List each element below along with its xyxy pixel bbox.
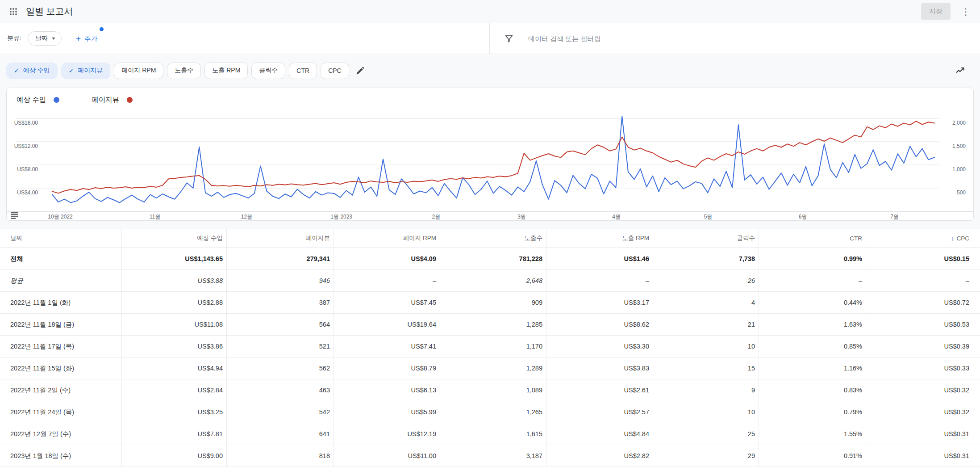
table-cell-text: US$7.41: [411, 343, 436, 350]
column-header[interactable]: 예상 수입: [122, 229, 227, 248]
table-cell-text: US$3.17: [624, 299, 649, 306]
table-cell-text: 26: [748, 277, 755, 284]
table-cell: 0.79%: [759, 401, 866, 423]
metric-chip[interactable]: 클릭수: [251, 63, 285, 79]
table-cell-text: 463: [319, 387, 330, 394]
table-cell: US$19.64: [334, 314, 440, 335]
table-cell-text: 2022년 11월 2일 (수): [10, 386, 71, 395]
table-cell-text: US$4.84: [624, 430, 649, 437]
table-row: 2022년 11월 17일 (목)US$3.86521US$7.411,170U…: [0, 336, 980, 357]
legend-dot: [127, 97, 133, 103]
x-axis-tick: 5월: [704, 213, 713, 221]
column-header[interactable]: 노출수: [440, 229, 546, 248]
table-cell: 1,289: [440, 357, 546, 379]
table-cell-text: 909: [532, 299, 542, 306]
table-cell-text: 15: [748, 365, 755, 372]
apps-grid-glyph: [9, 8, 17, 16]
table-cell: US$1,143.65: [122, 248, 227, 269]
legend-item[interactable]: 페이지뷰: [92, 95, 133, 105]
apps-grid-icon[interactable]: [7, 5, 20, 18]
metric-chip[interactable]: CPC: [321, 63, 349, 79]
table-cell-text: US$8.79: [411, 365, 436, 372]
metric-chip[interactable]: 노출수: [167, 63, 201, 79]
daily-report-page: 일별 보고서 저장 ⋮ 분류: 날짜 + 추가: [0, 0, 980, 87]
table-cell-text: 781,228: [519, 255, 542, 262]
group-by-dropdown[interactable]: 날짜: [28, 31, 62, 46]
add-breakdown-button[interactable]: + 추가: [73, 33, 100, 45]
table-cell: 387: [227, 292, 334, 313]
table-cell: 909: [440, 292, 546, 313]
table-cell: 2022년 11월 24일 (목): [0, 401, 122, 423]
chart-notes-icon[interactable]: [11, 212, 19, 219]
line-chart[interactable]: [7, 110, 973, 221]
table-cell-text: 3,187: [526, 452, 542, 459]
table-cell-text: US$5.99: [411, 408, 436, 416]
table-header-row: 날짜예상 수입페이지뷰페이지 RPM노출수노출 RPM클릭수CTR↓CPC: [0, 229, 980, 248]
column-header[interactable]: 날짜: [0, 229, 122, 248]
table-cell-text: US$3.88: [198, 277, 223, 284]
table-cell-text: US$2.88: [198, 299, 223, 306]
table-cell-text: US$7.45: [411, 299, 436, 306]
table-cell: 2022년 11월 1일 (화): [0, 292, 122, 313]
metric-chip[interactable]: ✓페이지뷰: [61, 63, 111, 79]
metric-chip[interactable]: CTR: [289, 63, 317, 79]
metric-chip[interactable]: 노출 RPM: [204, 63, 248, 79]
legend-label: 페이지뷰: [92, 95, 119, 105]
table-cell: 2023년 1월 18일 (수): [0, 445, 122, 467]
column-header-text: 페이지뷰: [306, 234, 330, 242]
table-cell: US$3.17: [546, 292, 653, 313]
table-cell: 전체: [0, 248, 122, 269]
more-menu-icon[interactable]: ⋮: [959, 7, 973, 16]
legend-item[interactable]: 예상 수입: [17, 95, 59, 105]
chart-legend: 예상 수입페이지뷰: [17, 95, 133, 105]
table-cell: 521: [227, 336, 334, 357]
save-button[interactable]: 저장: [921, 3, 951, 20]
metric-chips: ✓예상 수입✓페이지뷰페이지 RPM노출수노출 RPM클릭수CTRCPC: [6, 63, 349, 79]
table-cell: US$0.32: [866, 401, 980, 423]
table-cell-text: US$19.64: [408, 321, 437, 328]
table-cell: US$2.57: [546, 401, 653, 423]
table-cell: US$2.84: [122, 379, 227, 401]
table-cell: US$12.19: [334, 423, 440, 445]
chart-toggle-icon[interactable]: [955, 65, 966, 76]
column-header[interactable]: CTR: [759, 229, 866, 248]
column-header[interactable]: ↓CPC: [866, 229, 980, 248]
column-header[interactable]: 페이지뷰: [227, 229, 334, 248]
table-cell-text: US$0.33: [944, 365, 969, 372]
legend-label: 예상 수입: [17, 95, 46, 105]
table-cell-text: 29: [748, 452, 755, 459]
table-cell: US$3.86: [122, 336, 227, 357]
notification-dot: [100, 27, 104, 31]
group-by-label: 분류:: [7, 34, 21, 42]
table-row: 2023년 1월 18일 (수)US$9.00818US$11.003,187U…: [0, 445, 980, 467]
table-cell: 2022년 11월 18일 (금): [0, 314, 122, 335]
table-cell: 1,089: [440, 379, 546, 401]
metric-chip[interactable]: ✓예상 수입: [6, 63, 58, 79]
table-cell: 542: [227, 401, 334, 423]
app-header: 일별 보고서 저장 ⋮: [0, 0, 980, 23]
table-cell-text: US$3.83: [624, 365, 649, 372]
x-axis-tick: 11월: [150, 213, 160, 221]
y-axis-right-tick: 1,500: [952, 143, 966, 149]
column-header[interactable]: 클릭수: [653, 229, 759, 248]
search-input[interactable]: [528, 35, 751, 42]
column-header[interactable]: 노출 RPM: [546, 229, 653, 248]
column-header-text: 노출수: [525, 234, 543, 242]
y-axis-right-tick: 2,000: [952, 120, 966, 126]
column-header[interactable]: 페이지 RPM: [334, 229, 440, 248]
table-cell: 9: [653, 379, 759, 401]
table-cell: US$3.88: [122, 270, 227, 291]
table-cell-text: 818: [319, 452, 330, 459]
report-table: 날짜예상 수입페이지뷰페이지 RPM노출수노출 RPM클릭수CTR↓CPC전체U…: [0, 229, 980, 471]
edit-metrics-pencil-icon[interactable]: [355, 66, 365, 76]
table-row: 2022년 12월 7일 (수)US$7.81641US$12.191,615U…: [0, 423, 980, 445]
y-axis-left-tick: US$8.00: [14, 166, 38, 172]
table-cell: US$0.72: [866, 292, 980, 313]
table-cell: 0.83%: [759, 379, 866, 401]
table-cell: US$11.08: [122, 314, 227, 335]
table-cell: 1.63%: [759, 314, 866, 335]
metric-chip[interactable]: 페이지 RPM: [114, 63, 163, 79]
table-row: 2022년 11월 2일 (수)US$2.84463US$6.131,089US…: [0, 379, 980, 401]
table-cell-text: 7,738: [739, 255, 755, 262]
table-cell-text: 2022년 11월 17일 (목): [10, 342, 74, 351]
